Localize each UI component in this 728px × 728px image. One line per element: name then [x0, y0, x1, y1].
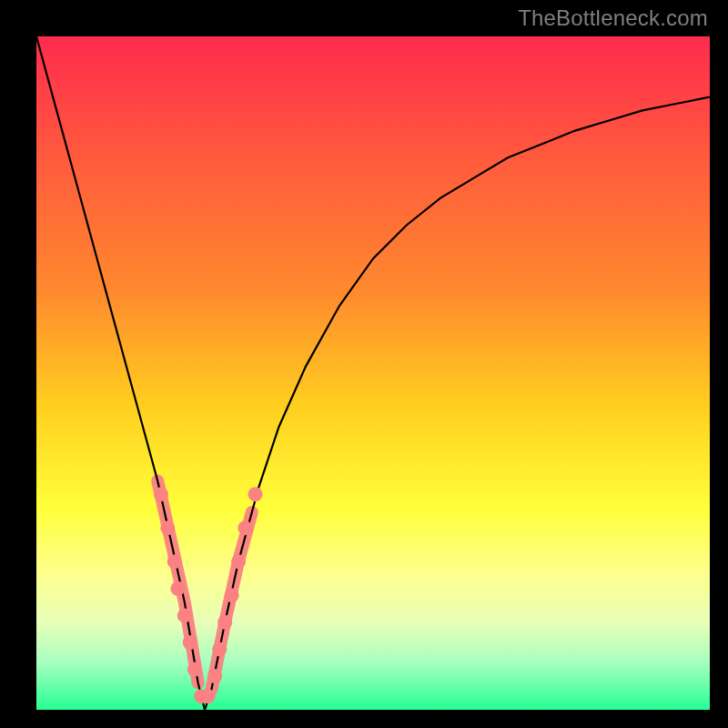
bottleneck-curve	[36, 36, 710, 710]
highlight-dot	[177, 608, 192, 622]
highlight-dot	[217, 615, 232, 630]
highlight-dot	[170, 581, 185, 596]
highlight-dot	[231, 554, 246, 569]
highlight-dot	[238, 521, 252, 535]
highlight-dot	[207, 669, 222, 683]
highlight-dot	[187, 662, 202, 677]
highlight-dot	[225, 588, 239, 602]
chart-frame: TheBottleneck.com	[0, 0, 728, 728]
highlight-dot	[248, 487, 263, 501]
watermark-text: TheBottleneck.com	[518, 5, 708, 31]
highlight-dot	[160, 521, 175, 535]
highlight-dot	[201, 689, 216, 703]
highlight-dot	[167, 554, 182, 569]
plot-area	[36, 36, 710, 710]
highlight-dot	[212, 642, 227, 656]
curve-path	[36, 36, 710, 710]
highlight-dot	[154, 487, 168, 501]
highlight-dot	[183, 635, 197, 650]
